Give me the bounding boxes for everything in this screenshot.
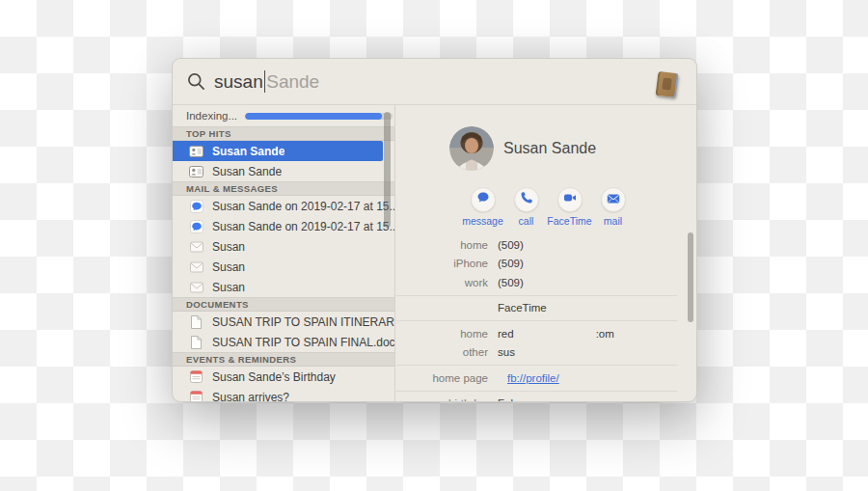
result-item-label: Susan Sande on 2019-02-17 at 15.... xyxy=(212,220,394,233)
search-icon xyxy=(187,72,205,91)
indexing-status: Indexing... xyxy=(173,105,394,126)
spotlight-window: susan Sande Indexing... TOP HITS Susan S… xyxy=(172,58,697,402)
calendar-icon xyxy=(189,370,203,383)
contact-name: Susan Sande xyxy=(503,140,596,157)
field-value: February xyxy=(498,397,542,401)
message-button[interactable]: message xyxy=(461,187,504,227)
document-icon xyxy=(189,336,203,349)
contact-header: Susan Sande xyxy=(449,126,696,171)
result-item-label: Susan arrives? xyxy=(212,391,289,402)
call-button[interactable]: call xyxy=(504,187,548,227)
mail-button[interactable]: mail xyxy=(591,187,635,227)
result-item[interactable]: Susan Sande on 2019-02-17 at 15.... xyxy=(173,216,394,236)
section-title: TOP HITS xyxy=(186,128,231,139)
field-value: red:om xyxy=(498,328,614,340)
field-separator xyxy=(396,365,677,366)
field-value: FaceTime xyxy=(498,302,547,314)
search-autocomplete-text: Sande xyxy=(266,71,319,93)
indexing-progress-fill xyxy=(245,113,382,120)
contact-field: othersus xyxy=(396,343,696,363)
result-item[interactable]: Susan xyxy=(173,277,394,297)
indexing-label: Indexing... xyxy=(186,110,237,122)
result-item-label: Susan Sande xyxy=(212,165,282,178)
field-separator xyxy=(396,320,677,321)
section-title: EVENTS & REMINDERS xyxy=(186,354,296,365)
field-label: home page xyxy=(396,372,488,384)
result-item[interactable]: Susan Sande xyxy=(173,161,394,181)
result-item-label: SUSAN TRIP TO SPAIN FINAL.docx xyxy=(212,336,394,349)
document-icon xyxy=(189,315,203,329)
field-label: home xyxy=(396,328,488,340)
result-item-label: Susan xyxy=(212,260,245,274)
envelope-icon xyxy=(189,241,203,253)
result-item[interactable]: SUSAN TRIP TO SPAIN FINAL.docx xyxy=(173,332,394,352)
contact-field: home(509) xyxy=(396,235,696,255)
mail-envelope-icon xyxy=(607,191,620,208)
calendar-icon xyxy=(189,391,203,401)
action-label: mail xyxy=(604,215,622,227)
field-label: home xyxy=(396,239,488,251)
contact-field: birthdayFebruary xyxy=(396,395,696,402)
field-value: (509) xyxy=(498,239,524,251)
result-item-label: SUSAN TRIP TO SPAIN ITINERARY.... xyxy=(212,315,394,329)
contact-detail-panel: Susan Sande message call FaceTime mail h… xyxy=(396,105,696,401)
field-label: birthday xyxy=(396,397,488,401)
result-item-label: Susan Sande on 2019-02-17 at 15.... xyxy=(212,200,394,213)
field-separator xyxy=(396,295,677,296)
field-value: sus xyxy=(498,346,515,358)
action-label: FaceTime xyxy=(547,215,591,227)
section-title: MAIL & MESSAGES xyxy=(186,183,278,194)
contact-field: work(509) xyxy=(396,273,696,292)
result-item-label: Susan xyxy=(212,281,245,294)
contact-fields: home(509)iPhone(509)work(509)FaceTimehom… xyxy=(396,235,696,401)
field-value: (509) xyxy=(498,277,524,288)
section-title: DOCUMENTS xyxy=(186,299,249,310)
contacts-app-icon xyxy=(656,71,679,97)
envelope-icon xyxy=(189,282,203,293)
envelope-icon xyxy=(189,261,203,273)
phone-icon xyxy=(520,191,533,208)
imessage-icon xyxy=(189,220,203,233)
section-header: EVENTS & REMINDERS xyxy=(173,352,394,367)
results-sidebar: Indexing... TOP HITS Susan Sande Susan S… xyxy=(173,105,395,401)
result-item[interactable]: Susan xyxy=(173,236,394,257)
indexing-progress-bar xyxy=(245,113,393,120)
sidebar-scrollbar[interactable] xyxy=(384,112,391,228)
contact-field: homered:om xyxy=(396,324,696,343)
result-item-label: Susan xyxy=(212,240,245,254)
search-bar[interactable]: susan Sande xyxy=(173,59,696,105)
field-label: iPhone xyxy=(396,258,488,269)
result-item[interactable]: Susan Sande on 2019-02-17 at 15.... xyxy=(173,196,394,216)
search-typed-text: susan xyxy=(214,71,263,93)
result-item-label: Susan Sande’s Birthday xyxy=(212,370,336,384)
field-separator xyxy=(396,391,677,392)
field-value-right: :om xyxy=(596,328,614,340)
section-header: DOCUMENTS xyxy=(173,297,394,312)
field-label: work xyxy=(396,277,488,288)
video-camera-icon xyxy=(563,191,577,208)
contact-card-icon xyxy=(189,166,203,177)
contact-actions: message call FaceTime mail xyxy=(461,187,696,227)
search-input[interactable]: susan Sande xyxy=(214,70,319,93)
message-bubble-icon xyxy=(476,191,490,208)
action-label: message xyxy=(462,215,503,227)
section-header: TOP HITS xyxy=(173,126,394,141)
contact-card-icon xyxy=(189,146,203,157)
field-value: (509) xyxy=(498,258,524,269)
results-list: TOP HITS Susan Sande Susan Sande MAIL & … xyxy=(173,126,394,401)
result-item-label: Susan Sande xyxy=(212,145,285,158)
facetime-button[interactable]: FaceTime xyxy=(548,187,591,227)
detail-scrollbar[interactable] xyxy=(688,232,693,322)
result-item[interactable]: Susan Sande xyxy=(173,141,383,161)
action-label: call xyxy=(519,215,534,227)
result-item[interactable]: Susan xyxy=(173,257,394,277)
avatar xyxy=(449,126,494,171)
home-page-link[interactable]: fb://profile/ xyxy=(507,372,559,384)
result-item[interactable]: Susan Sande’s Birthday xyxy=(173,367,394,387)
contact-field: iPhone(509) xyxy=(396,255,696,274)
imessage-icon xyxy=(189,200,203,213)
field-label: other xyxy=(396,346,488,358)
result-item[interactable]: Susan arrives? xyxy=(173,387,394,401)
contact-field: FaceTime xyxy=(396,299,696,318)
result-item[interactable]: SUSAN TRIP TO SPAIN ITINERARY.... xyxy=(173,312,394,332)
